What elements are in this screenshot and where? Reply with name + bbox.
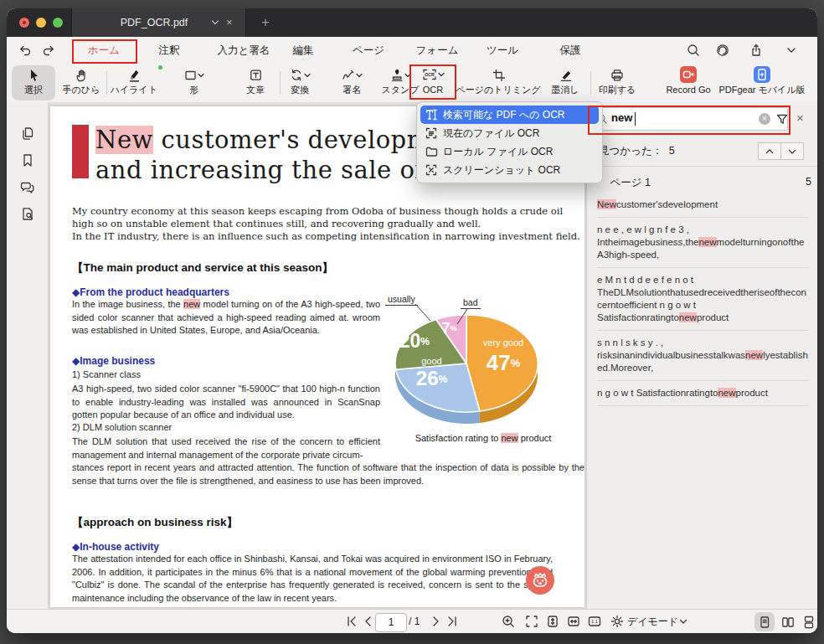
menu-item-current-file-ocr[interactable]: 現在のファイル OCR [420, 124, 599, 142]
text-box-icon [235, 65, 276, 84]
hand-tool-button[interactable]: 手のひら [57, 65, 106, 100]
zoom-icon[interactable] [501, 614, 516, 629]
undo-icon[interactable] [18, 43, 33, 58]
two-page-view-button[interactable] [778, 612, 798, 631]
minimize-window-button[interactable] [36, 18, 46, 28]
title-accent-bar [72, 125, 89, 178]
search-icon[interactable] [686, 43, 701, 58]
search-result-item[interactable]: n g o w t Satisfactionratingtonewproduct [597, 381, 808, 406]
search-results-list: Newcustomer'sdevelopment n e e , e w l g… [597, 193, 808, 406]
document-tab[interactable]: PDF_OCR.pdf × [71, 8, 246, 37]
svg-text:1:1: 1:1 [591, 619, 598, 624]
menu-item-searchable-pdf-ocr[interactable]: 検索可能な PDF への OCR [420, 106, 599, 124]
comments-icon[interactable] [19, 179, 35, 195]
titlebar: PDF_OCR.pdf × + [7, 8, 817, 37]
support-icon[interactable] [715, 43, 730, 58]
day-mode-sun-icon [610, 614, 625, 629]
menu-tab-page[interactable]: ページ [353, 37, 384, 64]
fit-page-icon[interactable] [524, 614, 539, 629]
previous-page-icon[interactable] [361, 614, 376, 629]
tab-close-icon[interactable]: × [226, 8, 233, 37]
last-page-icon[interactable] [445, 614, 460, 629]
new-tab-button[interactable]: + [251, 8, 280, 37]
redo-icon[interactable] [41, 43, 56, 58]
text-tool-button[interactable]: 文章 [235, 65, 276, 100]
toolbar-divider [106, 71, 107, 95]
intro-paragraph: My country economy at this season keeps … [72, 205, 580, 243]
document-title-line2: and increasing the sale of pr [95, 155, 461, 185]
collapse-ribbon-icon[interactable] [784, 43, 799, 58]
pie-label-bad: bad [461, 297, 481, 309]
panel-divider [587, 166, 817, 167]
menu-item-local-file-ocr[interactable]: ローカル ファイル OCR [420, 142, 599, 161]
convert-cycle-icon [280, 65, 320, 84]
assistant-bot-button[interactable] [526, 566, 554, 595]
next-page-icon[interactable] [428, 614, 443, 629]
image-business-header: ◆Image business [72, 355, 155, 367]
record-go-button[interactable]: Record Go [657, 65, 720, 100]
zoom-window-button[interactable] [53, 18, 63, 28]
dlm-paragraph: The DLM solution that used received the … [72, 435, 380, 461]
close-search-panel-icon[interactable]: × [796, 111, 804, 125]
dlm-label: 2) DLM solution scanner [72, 422, 172, 432]
menu-tab-form[interactable]: フォーム [416, 37, 459, 64]
product-hq-header: ◆From the product headquarters [72, 286, 229, 298]
ocr-dropdown-menu: 検索可能な PDF への OCR 現在のファイル OCR ローカル ファイル O… [416, 101, 603, 183]
tab-title: PDF_OCR.pdf [95, 8, 213, 37]
folder-icon [425, 145, 438, 158]
previous-result-button[interactable] [758, 142, 781, 160]
page-group-row[interactable]: ページ 1 5 [594, 176, 811, 190]
menu-tab-edit[interactable]: 編集 [293, 37, 314, 64]
highlight-tool-button[interactable]: ハイライト [108, 65, 160, 100]
single-page-view-button[interactable] [754, 612, 775, 631]
shape-tool-button[interactable]: 形 [174, 65, 214, 100]
bookmarks-icon[interactable] [19, 152, 35, 168]
first-page-icon[interactable] [344, 614, 359, 629]
scroll-view-button[interactable] [799, 612, 817, 631]
next-result-button[interactable] [780, 142, 804, 160]
search-result-item[interactable]: s n n l s k s y . ,risksinanindividualbu… [597, 331, 808, 381]
search-result-item[interactable]: n e e , e w l g n f e 3 ,Intheimagebusin… [597, 218, 808, 268]
page-number-input[interactable] [375, 613, 407, 632]
statusbar: / 1 1:1 デイモード [7, 609, 817, 633]
tab-chevron-icon[interactable] [211, 8, 219, 37]
mobile-app-icon [712, 65, 812, 84]
sign-tool-button[interactable]: 署名 [332, 65, 372, 100]
cursor-icon [12, 65, 55, 84]
printer-icon [590, 65, 644, 84]
select-tool-button[interactable]: 選択 [12, 65, 55, 100]
page-group-label: ページ 1 [610, 177, 651, 188]
pdfgear-mobile-button[interactable]: PDFgear モバイル版 [712, 65, 812, 100]
record-go-icon [657, 65, 720, 84]
crop-tool-button[interactable]: ページのトリミング [452, 65, 544, 100]
page-thumbnails-icon[interactable] [19, 126, 35, 142]
svg-text:good: good [421, 356, 441, 366]
section2-header: 【approach on business risk】 [72, 515, 238, 530]
fit-width-icon[interactable] [566, 614, 581, 629]
found-label: 見つかった： [599, 145, 662, 157]
annotation-box-search-input [588, 106, 791, 135]
fit-height-icon[interactable] [545, 614, 560, 629]
print-button[interactable]: 印刷する [590, 65, 644, 100]
menu-tab-tools[interactable]: ツール [487, 37, 518, 64]
close-window-button[interactable] [19, 18, 29, 28]
search-result-item[interactable]: e M n t d d e e f e n o tTheDLMsolutiont… [597, 268, 808, 331]
redact-tool-button[interactable]: 墨消し [543, 65, 588, 100]
menu-item-screenshot-ocr[interactable]: スクリーンショット OCR [420, 161, 599, 179]
day-mode-chevron-icon[interactable] [676, 614, 691, 629]
day-mode-label[interactable]: デイモード [627, 610, 678, 633]
menu-tab-annotate[interactable]: 注釈 [159, 37, 180, 64]
section1-header: 【The main product and service at this se… [72, 260, 333, 276]
share-icon[interactable] [749, 43, 764, 58]
menu-tab-protect[interactable]: 保護 [560, 37, 581, 64]
pie-caption: Satisfaction rating to new product [379, 433, 588, 443]
satisfaction-pie-chart: very good47%good26%20%7% usually bad Sat… [379, 294, 588, 453]
menu-tab-fill-sign[interactable]: 入力と署名 [218, 37, 270, 64]
actual-size-icon[interactable]: 1:1 [587, 614, 602, 629]
document-search-icon[interactable] [19, 206, 35, 222]
convert-tool-button[interactable]: 変換 [280, 65, 320, 100]
pie-label-usually: usually [385, 294, 418, 306]
inhouse-header: ◆In-house activity [72, 541, 159, 553]
search-result-item[interactable]: Newcustomer'sdevelopment [597, 193, 808, 218]
svg-text:very good: very good [483, 337, 523, 348]
